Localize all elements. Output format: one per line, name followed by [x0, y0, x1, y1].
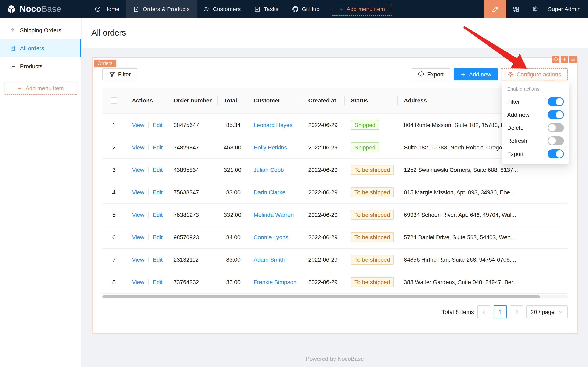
table-row: 7ViewEdit2313211283.00Adam Smith2022-06-… [102, 248, 568, 271]
sidebar-item-label: Products [20, 63, 43, 69]
customer-cell: Frankie Simpson [247, 271, 302, 293]
nav-item-github[interactable]: GitHub [286, 0, 327, 18]
gear-icon [532, 6, 538, 12]
order-check-icon [10, 45, 16, 51]
total-cell: 85.34 [217, 114, 247, 136]
edit-link[interactable]: Edit [153, 121, 162, 128]
nav-item-orders-products[interactable]: Orders & Products [126, 0, 197, 18]
filter-button[interactable]: Filter [102, 68, 137, 80]
nav-item-tasks[interactable]: Tasks [247, 0, 286, 18]
sidebar-item-all-orders[interactable]: All orders [0, 39, 81, 57]
row-index: 4 [102, 181, 125, 203]
page-size-select[interactable]: 20 / page [526, 305, 568, 318]
view-link[interactable]: View [132, 166, 144, 173]
footer-text: Powered by NocoBase [82, 356, 588, 362]
view-link[interactable]: View [132, 234, 144, 240]
next-page-button[interactable] [510, 305, 523, 318]
view-link[interactable]: View [132, 256, 144, 263]
customer-link[interactable]: Julian Cobb [253, 166, 284, 173]
total-cell: 453.00 [217, 136, 247, 158]
view-link[interactable]: View [132, 189, 144, 195]
view-link[interactable]: View [132, 144, 144, 150]
select-all-checkbox[interactable] [111, 97, 117, 104]
toggle-filter[interactable] [547, 97, 564, 106]
created-at-cell: 2022-06-29 [302, 248, 344, 271]
plugin-add-icon [512, 6, 519, 12]
customer-link[interactable]: Connie Lyons [253, 234, 288, 240]
edit-link[interactable]: Edit [153, 256, 162, 263]
navbar-add-menu-item-button[interactable]: Add menu item [331, 3, 392, 15]
edit-link[interactable]: Edit [153, 144, 162, 150]
github-icon [292, 6, 299, 12]
row-index: 2 [102, 136, 125, 158]
chevron-down-icon [558, 309, 563, 314]
status-cell: To be shipped [344, 158, 397, 181]
page-number-button[interactable]: 1 [494, 305, 506, 318]
sidebar-item-shipping-orders[interactable]: Shipping Orders [0, 21, 81, 39]
sidebar-item-label: All orders [20, 45, 44, 51]
logo-text: NocoBase [20, 4, 61, 14]
scrollbar-thumb[interactable] [102, 295, 540, 298]
edit-link[interactable]: Edit [153, 234, 162, 240]
sidebar-item-products[interactable]: Products [0, 57, 81, 75]
sidebar-add-menu-item-button[interactable]: Add menu item [4, 82, 77, 95]
page-title: All orders [92, 28, 126, 38]
enable-action-export[interactable]: Export [502, 147, 569, 160]
nav-item-home[interactable]: Home [88, 0, 126, 18]
customer-link[interactable]: Frankie Simpson [253, 279, 296, 285]
edit-link[interactable]: Edit [153, 166, 162, 173]
plus-icon [17, 85, 23, 91]
status-badge: To be shipped [351, 255, 394, 264]
nav-item-label: Home [104, 6, 119, 12]
toggle-export[interactable] [547, 150, 564, 158]
customer-link[interactable]: Holly Perkins [253, 144, 287, 150]
edit-link[interactable]: Edit [153, 189, 162, 195]
add-new-button[interactable]: Add new [454, 68, 498, 80]
column-header-status: Status [344, 88, 397, 114]
customer-link[interactable]: Melinda Warren [253, 211, 294, 218]
previous-page-button[interactable] [477, 305, 490, 318]
edit-link[interactable]: Edit [153, 279, 162, 285]
customer-cell: Melinda Warren [247, 203, 302, 226]
user-menu[interactable]: Super Admin [545, 0, 588, 18]
status-cell: To be shipped [344, 226, 397, 248]
configure-actions-button[interactable]: Configure actions [501, 68, 568, 80]
enable-action-label: Refresh [507, 138, 527, 144]
customer-link[interactable]: Darin Clarke [253, 189, 286, 195]
created-at-cell: 2022-06-29 [302, 181, 344, 203]
row-actions: ViewEdit [125, 271, 167, 293]
plugin-manager-button[interactable] [506, 0, 526, 18]
toggle-refresh[interactable] [547, 136, 564, 145]
export-button[interactable]: Export [412, 68, 450, 80]
nav-item-customers[interactable]: Customers [197, 0, 247, 18]
add-block-icon[interactable] [561, 56, 568, 63]
row-actions: ViewEdit [125, 114, 167, 136]
settings-button[interactable] [526, 0, 545, 18]
enable-action-add-new[interactable]: Add new [502, 108, 569, 121]
toggle-add-new[interactable] [547, 110, 564, 119]
created-at-cell: 2022-06-29 [302, 226, 344, 248]
enable-action-label: Filter [507, 98, 520, 105]
view-link[interactable]: View [132, 121, 144, 128]
block-menu-icon[interactable] [569, 56, 577, 63]
edit-link[interactable]: Edit [153, 211, 162, 218]
ui-editor-button[interactable] [484, 0, 506, 18]
status-badge: To be shipped [351, 210, 394, 219]
action-divider [148, 212, 149, 217]
enable-action-filter[interactable]: Filter [502, 95, 569, 108]
row-actions: ViewEdit [125, 248, 167, 271]
top-navbar: NocoBase HomeOrders & ProductsCustomersT… [0, 0, 588, 18]
customer-link[interactable]: Adam Smith [253, 256, 285, 263]
status-cell: To be shipped [344, 271, 397, 293]
created-at-cell: 2022-06-29 [302, 136, 344, 158]
toggle-delete[interactable] [547, 123, 564, 132]
total-cell: 33.00 [217, 271, 247, 293]
enable-action-delete[interactable]: Delete [502, 121, 569, 134]
nav-item-label: Tasks [264, 6, 278, 12]
enable-action-refresh[interactable]: Refresh [502, 134, 569, 147]
view-link[interactable]: View [132, 211, 144, 218]
drag-handle-icon[interactable] [552, 56, 559, 63]
order-number-cell: 38475647 [167, 114, 217, 136]
view-link[interactable]: View [132, 279, 144, 285]
customer-link[interactable]: Leonard Hayes [253, 121, 292, 128]
